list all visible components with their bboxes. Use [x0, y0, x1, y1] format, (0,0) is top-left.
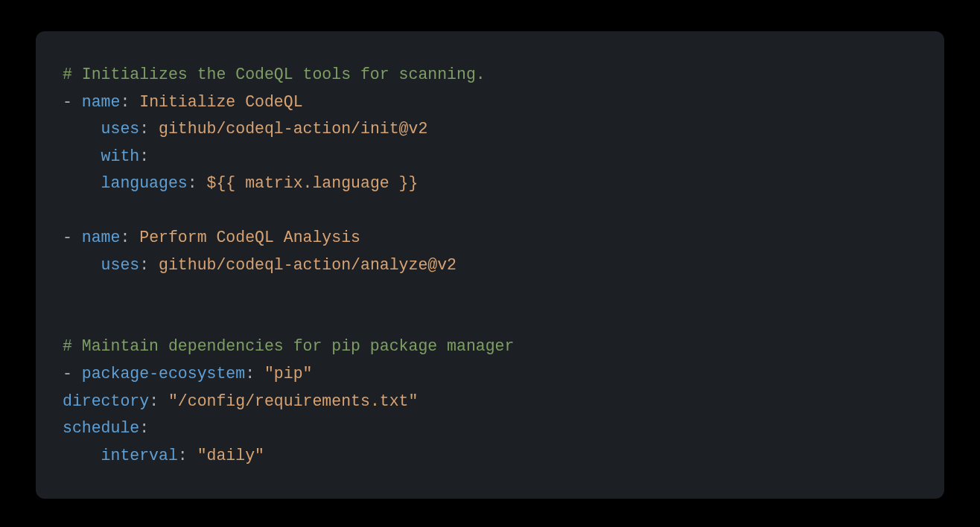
yaml-value: github/codeql-action/analyze@v2: [159, 256, 456, 274]
yaml-indent: [63, 120, 101, 138]
yaml-colon: :: [149, 392, 168, 410]
yaml-colon: :: [188, 174, 207, 192]
yaml-key: directory: [63, 392, 149, 410]
yaml-key: interval: [101, 447, 178, 464]
yaml-dash: -: [63, 93, 82, 111]
yaml-colon: :: [139, 256, 159, 274]
yaml-key: name: [82, 229, 121, 246]
yaml-value: github/codeql-action/init@v2: [159, 120, 427, 138]
yaml-key: uses: [101, 256, 140, 274]
yaml-colon: :: [139, 147, 149, 165]
yaml-value: Perform CodeQL Analysis: [139, 229, 360, 246]
yaml-dash: -: [63, 229, 82, 246]
yaml-key: name: [82, 93, 121, 111]
yaml-colon: :: [178, 447, 197, 464]
yaml-colon: :: [245, 365, 264, 383]
yaml-indent: [63, 447, 101, 464]
yaml-indent: [63, 174, 101, 192]
yaml-value: "pip": [264, 365, 313, 383]
yaml-indent: [63, 256, 101, 274]
yaml-key: package-ecosystem: [82, 365, 245, 383]
yaml-dash: -: [63, 365, 82, 383]
yaml-colon: :: [139, 419, 149, 437]
yaml-value: Initialize CodeQL: [139, 93, 302, 111]
yaml-value: ${{ matrix.language }}: [207, 174, 419, 192]
code-comment: # Initializes the CodeQL tools for scann…: [63, 66, 486, 83]
yaml-colon: :: [120, 229, 139, 246]
yaml-value: "/config/requirements.txt": [168, 392, 418, 410]
code-comment: # Maintain dependencies for pip package …: [63, 337, 514, 355]
yaml-key: schedule: [63, 419, 139, 437]
yaml-colon: :: [139, 120, 159, 138]
yaml-indent: [63, 147, 101, 165]
yaml-value: "daily": [197, 447, 264, 464]
yaml-key: uses: [101, 120, 140, 138]
yaml-colon: :: [120, 93, 139, 111]
code-block: # Initializes the CodeQL tools for scann…: [36, 31, 944, 499]
yaml-key: languages: [101, 174, 188, 192]
yaml-key: with: [101, 147, 140, 165]
code-content: # Initializes the CodeQL tools for scann…: [63, 61, 917, 469]
